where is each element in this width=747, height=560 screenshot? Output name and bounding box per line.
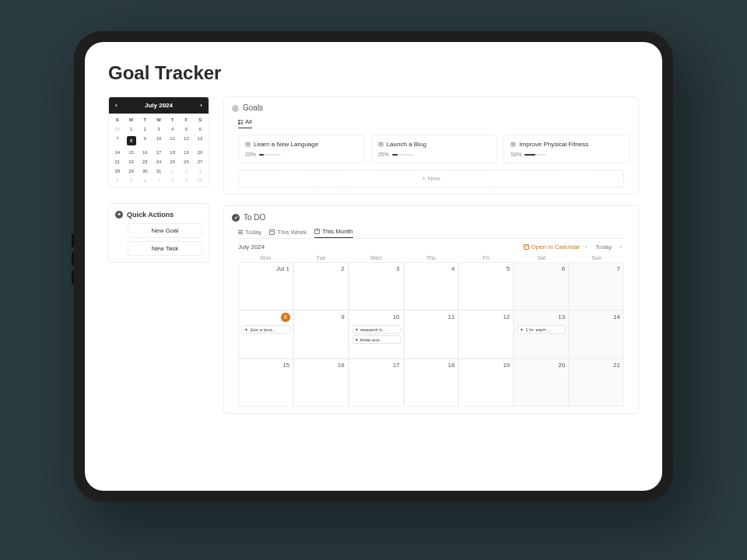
minical-day[interactable]: 1 xyxy=(124,124,139,134)
minical-day[interactable]: 17 xyxy=(152,148,166,157)
minical-day[interactable]: 9 xyxy=(180,176,194,185)
minical-day[interactable]: 14 xyxy=(110,148,124,157)
calendar-event[interactable]: ✦three wor... xyxy=(352,335,401,344)
minical-dow: S xyxy=(110,115,124,124)
calendar-event[interactable]: ✦Join a loca... xyxy=(241,325,290,334)
quick-action-button[interactable]: New Goal xyxy=(128,223,202,238)
calendar-cell[interactable]: 12 xyxy=(458,310,514,359)
minical-day[interactable]: 21 xyxy=(110,157,124,166)
minical-day[interactable]: 6 xyxy=(193,124,207,134)
minical-day[interactable]: 9 xyxy=(138,134,152,148)
calendar-cell[interactable]: 15 xyxy=(238,359,293,407)
minical-day[interactable]: 4 xyxy=(166,124,180,134)
minical-day[interactable]: 4 xyxy=(110,176,124,185)
minical-day[interactable]: 8 xyxy=(124,134,139,148)
calendar-cell[interactable]: 5 xyxy=(458,262,514,310)
calendar-event[interactable]: ✦1 hr. each ... xyxy=(517,325,566,334)
minical-day[interactable]: 5 xyxy=(180,124,194,134)
goal-progress-bar xyxy=(259,154,281,156)
minical-day[interactable]: 13 xyxy=(193,134,207,148)
calendar-cell[interactable]: 2 xyxy=(293,262,349,310)
open-in-calendar-label: Open in Calendar xyxy=(531,243,580,250)
minical-day[interactable]: 18 xyxy=(166,148,180,157)
minical-day[interactable]: 12 xyxy=(180,134,194,148)
minical-day[interactable]: 7 xyxy=(110,134,124,148)
calendar-dow: Wed xyxy=(349,255,404,261)
calendar-cell[interactable]: 8✦Join a loca... xyxy=(238,310,293,359)
minical-day[interactable]: 1 xyxy=(166,166,180,176)
target-icon xyxy=(245,141,251,148)
calendar-dow: Tue xyxy=(293,255,349,261)
todo-tab[interactable]: This Month xyxy=(314,228,353,238)
goals-title: Goals xyxy=(243,103,263,112)
calendar-day-number: 15 xyxy=(282,362,289,369)
minical-day[interactable]: 23 xyxy=(138,157,152,166)
calendar-cell[interactable]: 10✦research b...✦three wor... xyxy=(349,310,404,359)
calendar-day-number: 20 xyxy=(558,362,565,369)
calendar-cell[interactable]: Jul 1 xyxy=(238,262,293,310)
calendar-cell[interactable]: 9 xyxy=(293,310,349,359)
calendar-event-label: three wor... xyxy=(360,338,384,342)
minical-day[interactable]: 30 xyxy=(138,166,152,176)
calendar-cell[interactable]: 7 xyxy=(569,262,624,310)
minical-day[interactable]: 3 xyxy=(193,166,207,176)
minical-day[interactable]: 24 xyxy=(152,157,166,166)
goal-card[interactable]: Learn a New Language20% xyxy=(238,135,365,163)
open-in-calendar-button[interactable]: Open in Calendar xyxy=(524,243,580,250)
goal-card-title: Learn a New Language xyxy=(254,141,318,148)
calendar-cell[interactable]: 11 xyxy=(404,310,459,359)
minical-day[interactable]: 8 xyxy=(166,176,180,185)
minical-day[interactable]: 11 xyxy=(166,134,180,148)
calendar-cell[interactable]: 3 xyxy=(349,262,404,310)
calendar-cell[interactable]: 16 xyxy=(293,359,349,407)
minical-day[interactable]: 28 xyxy=(110,166,124,176)
minical-day[interactable]: 22 xyxy=(124,157,139,166)
goal-card[interactable]: Launch a Blog25% xyxy=(371,135,498,163)
minical-day[interactable]: 2 xyxy=(180,166,194,176)
minical-day[interactable]: 20 xyxy=(193,148,207,157)
minical-day[interactable]: 6 xyxy=(138,176,152,185)
calendar-event[interactable]: ✦research b... xyxy=(352,325,401,334)
calendar-next-button[interactable]: › xyxy=(617,243,624,250)
calendar-cell[interactable]: 20 xyxy=(514,359,569,407)
minical-day[interactable]: 25 xyxy=(166,157,180,166)
goals-tab-all-label: All xyxy=(245,118,252,125)
goals-tab-all[interactable]: All xyxy=(238,118,252,128)
minical-prev-button[interactable]: ‹ xyxy=(112,100,121,110)
calendar-today-button[interactable]: Today xyxy=(593,243,614,250)
quick-action-button[interactable]: New Task xyxy=(128,241,202,256)
calendar-cell[interactable]: 6 xyxy=(514,262,569,310)
minical-day[interactable]: 2 xyxy=(138,124,152,134)
new-goal-card-button[interactable]: + New xyxy=(238,170,624,187)
goal-card[interactable]: Improve Physical Fitness50% xyxy=(503,135,630,163)
calendar-cell[interactable]: 18 xyxy=(404,359,459,407)
todo-tab[interactable]: This Week xyxy=(269,228,307,238)
plus-circle-icon xyxy=(115,210,123,219)
minical-day[interactable]: 5 xyxy=(124,176,139,185)
calendar-prev-button[interactable]: ‹ xyxy=(583,243,590,250)
minical-day[interactable]: 29 xyxy=(124,166,139,176)
minical-day[interactable]: 31 xyxy=(152,166,166,176)
minical-day[interactable]: 16 xyxy=(138,148,152,157)
calendar-cell[interactable]: 4 xyxy=(404,262,459,310)
todo-tab[interactable]: Today xyxy=(238,228,261,238)
minical-day[interactable]: 15 xyxy=(124,148,139,157)
calendar-cell[interactable]: 13✦1 hr. each ... xyxy=(514,310,569,359)
minical-day[interactable]: 10 xyxy=(193,176,207,185)
minical-day[interactable]: 10 xyxy=(152,134,166,148)
calendar-cell[interactable]: 17 xyxy=(349,359,404,407)
calendar-cell[interactable]: 21 xyxy=(569,359,624,407)
minical-day[interactable]: 3 xyxy=(152,124,166,134)
minical-day[interactable]: 30 xyxy=(110,124,124,134)
minical-day[interactable]: 19 xyxy=(180,148,194,157)
quick-actions-title: Quick Actions xyxy=(127,211,174,219)
minical-day[interactable]: 7 xyxy=(152,176,166,185)
minical-next-button[interactable]: › xyxy=(197,100,205,110)
minical-day[interactable]: 27 xyxy=(193,157,207,166)
calendar-cell[interactable]: 14 xyxy=(569,310,624,359)
minical-day[interactable]: 26 xyxy=(180,157,194,166)
calendar-cell[interactable]: 19 xyxy=(458,359,514,407)
new-goal-label: New xyxy=(427,175,440,182)
calendar-day-number: 4 xyxy=(451,265,454,272)
goal-progress-pct: 50% xyxy=(510,152,521,157)
